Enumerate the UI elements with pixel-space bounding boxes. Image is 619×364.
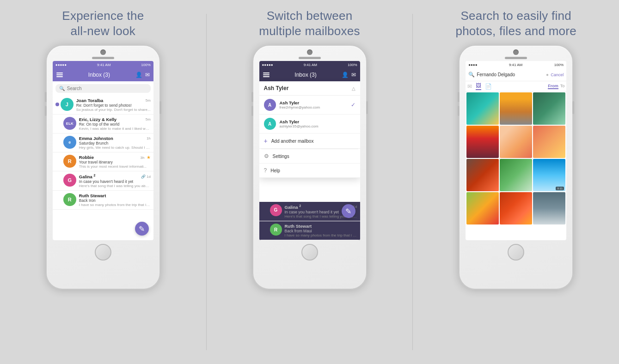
phone-2-speaker <box>299 57 321 59</box>
dark-avatar-1: R <box>270 224 282 236</box>
photo-cell-6[interactable] <box>466 159 499 191</box>
account-item-1[interactable]: A Ash Tyler ashtyler35@yahoo.com <box>259 115 360 133</box>
phone-3-home[interactable] <box>508 244 524 261</box>
photo-cell-7[interactable] <box>500 159 532 191</box>
settings-label: Settings <box>273 154 289 159</box>
account-email-1: ashtyler35@yahoo.com <box>280 124 355 128</box>
photo-cell-4[interactable] <box>500 126 532 158</box>
from-button[interactable]: From <box>548 84 558 89</box>
search-header-3: 🔍 ● Cancel <box>466 68 566 81</box>
filter-tabs-3: ✉ 🖼 📄 From To <box>466 81 566 91</box>
add-mailbox-icon: + <box>264 137 268 145</box>
phone-3-power-btn <box>572 101 574 114</box>
inbox-title-2: Inbox (3) <box>294 72 316 78</box>
phone-1-home[interactable] <box>95 244 111 261</box>
email-content-5: Ruth Stewart Back Iron I have so many ph… <box>79 193 151 207</box>
dropdown-header: Ash Tyler △ <box>259 81 360 96</box>
subject-2: Saturday Brunch <box>79 141 151 146</box>
phone-3-camera <box>513 49 519 55</box>
compose-icon-1[interactable]: ✉ <box>145 72 150 78</box>
time-0: 5m <box>146 98 151 103</box>
help-item[interactable]: ? Help <box>259 164 360 178</box>
status-battery-3: 100% <box>554 63 564 67</box>
subject-5: Back Iron <box>79 198 151 203</box>
search-icon-3: 🔍 <box>468 72 475 78</box>
photo-cell-2[interactable] <box>533 92 565 125</box>
to-button[interactable]: To <box>560 84 565 89</box>
email-item-0[interactable]: J Joan Toralba 5m Re: Don't forget to se… <box>53 96 153 115</box>
dropdown-close-icon[interactable]: △ <box>352 86 355 91</box>
photo-grid-3: 0:11 <box>466 91 566 225</box>
phone-3-speaker <box>505 57 527 59</box>
photo-cell-1[interactable] <box>500 92 532 125</box>
search-input-3[interactable] <box>477 72 544 77</box>
phone-1-top-bar <box>47 46 159 61</box>
add-mailbox-item[interactable]: + Add another mailbox <box>259 133 360 149</box>
cancel-button-3[interactable]: Cancel <box>551 73 564 77</box>
profile-icon-2[interactable]: 👤 <box>342 72 349 78</box>
photo-cell-10[interactable] <box>500 192 532 224</box>
photo-cell-5[interactable] <box>533 126 565 158</box>
photo-cell-0[interactable] <box>466 92 499 125</box>
compose-icon-2[interactable]: ✉ <box>351 72 356 78</box>
time-1: 5m <box>146 117 151 121</box>
check-icon-0: ✓ <box>351 102 355 108</box>
phone-1-side-buttons <box>45 92 47 116</box>
photo-cell-9[interactable] <box>466 192 499 224</box>
search-bar-1[interactable]: 🔍 <box>55 84 151 93</box>
email-item-3[interactable]: R Robbie 3h ★ Your travel itinerary This… <box>53 152 153 171</box>
email-content-3: Robbie 3h ★ Your travel itinerary This i… <box>79 155 151 169</box>
settings-item[interactable]: ⚙ Settings <box>259 149 360 164</box>
app-header-2: Inbox (3) 👤 ✉ <box>259 68 360 81</box>
side-btn-1 <box>45 92 47 102</box>
time-2: 1h <box>147 136 151 140</box>
tab-mail-icon[interactable]: ✉ <box>467 83 472 90</box>
phone-1-speaker <box>92 57 114 59</box>
search-input-1[interactable] <box>67 86 147 91</box>
compose-fab-2[interactable]: ✎ <box>342 204 355 218</box>
dark-sender-0: Galina 2 <box>285 204 301 210</box>
inbox-title-1: Inbox (3) <box>88 72 110 78</box>
search-icon-1: 🔍 <box>59 86 65 91</box>
preview-5: I have so many photos from the trip that… <box>79 203 151 207</box>
sender-4: Galina 2 <box>79 174 96 179</box>
dark-subject-1: Back from Maui <box>285 229 357 233</box>
phone-1: ●●●●● 9:41 AM 100% Inbox (3) 👤 ✉ 🔍 <box>46 45 160 290</box>
photo-cell-11[interactable] <box>533 192 565 224</box>
header-icons-2: 👤 ✉ <box>342 72 356 78</box>
compose-fab-1[interactable]: ✎ <box>135 222 149 236</box>
unread-dot-0 <box>55 103 59 106</box>
add-mailbox-label: Add another mailbox <box>271 139 314 144</box>
profile-icon-1[interactable]: 👤 <box>135 72 142 78</box>
email-item-5[interactable]: R Ruth Stewart Back Iron I have so many … <box>53 191 153 210</box>
email-list-1: J Joan Toralba 5m Re: Don't forget to se… <box>53 96 153 210</box>
hamburger-icon-2[interactable] <box>263 73 270 77</box>
dark-email-item-1[interactable]: R Ruth Stewart Back from Maui I have so … <box>259 221 360 240</box>
avatar-0: J <box>61 98 74 111</box>
photo-cell-3[interactable] <box>466 126 499 158</box>
avatar-4: G <box>63 174 76 187</box>
phone-3-side-buttons <box>458 92 460 116</box>
subject-0: Re: Don't forget to send photos! <box>76 103 151 108</box>
avatar-3: R <box>63 155 76 168</box>
help-icon: ? <box>264 167 267 174</box>
status-battery-1: 100% <box>141 63 150 67</box>
clear-icon-3[interactable]: ● <box>546 72 549 77</box>
email-item-1[interactable]: ELK Eric, Lizzy & Kelly 5m Re: On top of… <box>53 115 153 133</box>
time-4: 🔗 1d <box>141 175 151 179</box>
avatar-1: ELK <box>63 117 76 130</box>
photo-cell-8[interactable]: 0:11 <box>533 159 565 191</box>
hamburger-icon-1[interactable] <box>56 73 63 77</box>
video-badge-8: 0:11 <box>556 187 564 190</box>
phone-1-camera <box>100 49 106 55</box>
account-item-0[interactable]: A Ash Tyler free2rhyme@yahoo.com ✓ <box>259 96 360 115</box>
status-time-3: 9:41 AM <box>509 63 522 67</box>
status-signal-2: ●●●●● <box>262 63 273 67</box>
email-item-2[interactable]: e Emma Johnston 1h Saturday Brunch Hey g… <box>53 133 153 152</box>
tab-photo-icon[interactable]: 🖼 <box>476 82 481 90</box>
email-item-4[interactable]: G Galina 2 🔗 1d In case you haven't hear… <box>53 171 153 191</box>
tab-doc-icon[interactable]: 📄 <box>485 83 492 90</box>
dark-preview-1: I have so many photos from the trip that… <box>285 233 357 237</box>
star-icon-3: ★ <box>147 155 151 160</box>
phone-2-home[interactable] <box>301 244 318 261</box>
